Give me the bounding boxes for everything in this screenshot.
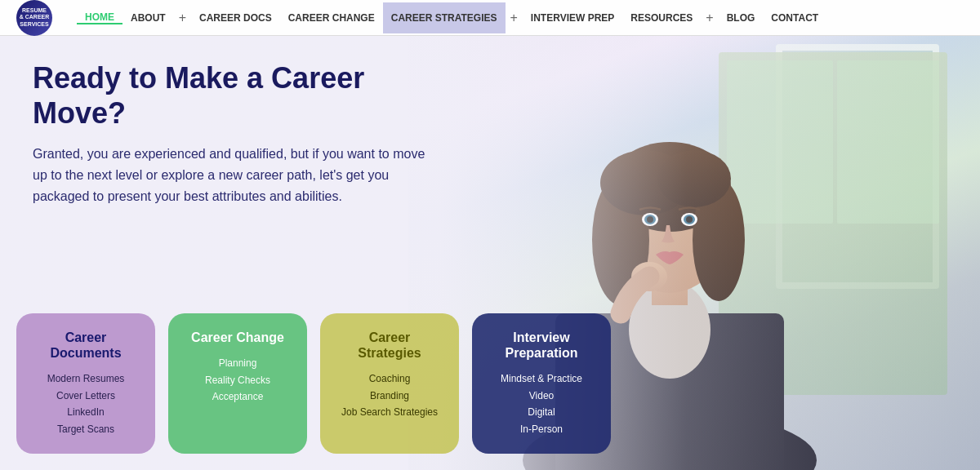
nav-item-blog[interactable]: BLOG bbox=[719, 12, 764, 24]
logo-circle: RESUME& CAREERSERVICES bbox=[16, 0, 52, 36]
card-career-documents-item-3: LinkedIn bbox=[67, 404, 104, 420]
card-interview-preparation-title: Interview Preparation bbox=[490, 330, 593, 361]
card-career-strategies[interactable]: Career Strategies Coaching Branding Job … bbox=[320, 313, 459, 454]
card-career-documents-title: Career Documents bbox=[34, 330, 137, 361]
service-cards: Career Documents Modern Resumes Cover Le… bbox=[16, 313, 611, 454]
logo-text: RESUME& CAREERSERVICES bbox=[18, 6, 51, 29]
card-career-documents-item-1: Modern Resumes bbox=[47, 370, 125, 387]
card-career-documents-item-2: Cover Letters bbox=[56, 388, 115, 404]
nav-item-interview-prep[interactable]: INTERVIEW PREP bbox=[523, 12, 622, 24]
logo[interactable]: RESUME& CAREERSERVICES bbox=[16, 0, 52, 36]
nav-item-home[interactable]: HOME bbox=[77, 11, 122, 24]
navigation: RESUME& CAREERSERVICES HOME ABOUT + CARE… bbox=[0, 0, 980, 36]
card-career-strategies-title: Career Strategies bbox=[338, 330, 441, 361]
card-career-change-title: Career Change bbox=[191, 330, 284, 345]
nav-item-career-change[interactable]: CAREER CHANGE bbox=[280, 12, 383, 24]
nav-item-career-docs[interactable]: CAREER DOCS bbox=[191, 12, 280, 24]
card-career-change-item-3: Acceptance bbox=[212, 388, 264, 405]
nav-plus-1[interactable]: + bbox=[174, 11, 191, 25]
card-career-strategies-item-2: Branding bbox=[370, 388, 409, 404]
hero-description: Granted, you are experienced and qualifi… bbox=[33, 144, 441, 206]
card-career-strategies-item-3: Job Search Strategies bbox=[341, 404, 438, 420]
card-interview-preparation-item-3: Digital bbox=[528, 404, 555, 420]
card-interview-preparation[interactable]: Interview Preparation Mindset & Practice… bbox=[472, 313, 611, 454]
nav-item-contact[interactable]: CONTACT bbox=[763, 12, 826, 24]
nav-plus-2[interactable]: + bbox=[506, 11, 523, 25]
card-interview-preparation-item-2: Video bbox=[529, 388, 554, 404]
card-career-strategies-item-1: Coaching bbox=[369, 370, 411, 387]
nav-item-career-strategies[interactable]: CAREER STRATEGIES bbox=[383, 2, 506, 33]
hero-text-content: Ready to Make a Career Move? Granted, yo… bbox=[0, 36, 490, 255]
card-interview-preparation-item-4: In-Person bbox=[520, 421, 563, 437]
nav-menu: HOME ABOUT + CAREER DOCS CAREER CHANGE C… bbox=[77, 2, 826, 33]
card-interview-preparation-item-1: Mindset & Practice bbox=[501, 370, 582, 387]
nav-item-resources[interactable]: RESOURCES bbox=[622, 12, 701, 24]
hero-title: Ready to Make a Career Move? bbox=[33, 60, 457, 131]
card-career-change[interactable]: Career Change Planning Reality Checks Ac… bbox=[168, 313, 307, 454]
card-career-change-item-2: Reality Checks bbox=[205, 372, 270, 388]
card-career-documents-item-4: Target Scans bbox=[57, 421, 114, 437]
nav-plus-3[interactable]: + bbox=[701, 11, 718, 25]
card-career-change-item-1: Planning bbox=[219, 355, 257, 371]
nav-item-about[interactable]: ABOUT bbox=[122, 12, 174, 24]
hero-section: Ready to Make a Career Move? Granted, yo… bbox=[0, 36, 980, 470]
card-career-documents[interactable]: Career Documents Modern Resumes Cover Le… bbox=[16, 313, 155, 454]
